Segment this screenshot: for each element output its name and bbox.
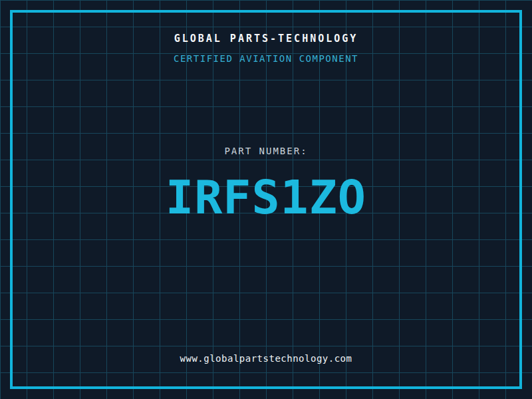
part-number-value: IRFS1ZO bbox=[0, 174, 532, 221]
company-title: GLOBAL PARTS-TECHNOLOGY bbox=[0, 33, 532, 45]
blueprint-label: { "header": { "title": "GLOBAL PARTS-TEC… bbox=[0, 0, 532, 399]
certification-subtitle: CERTIFIED AVIATION COMPONENT bbox=[0, 53, 532, 64]
part-number-label: PART NUMBER: bbox=[0, 146, 532, 156]
website-url: www.globalpartstechnology.com bbox=[0, 353, 532, 364]
